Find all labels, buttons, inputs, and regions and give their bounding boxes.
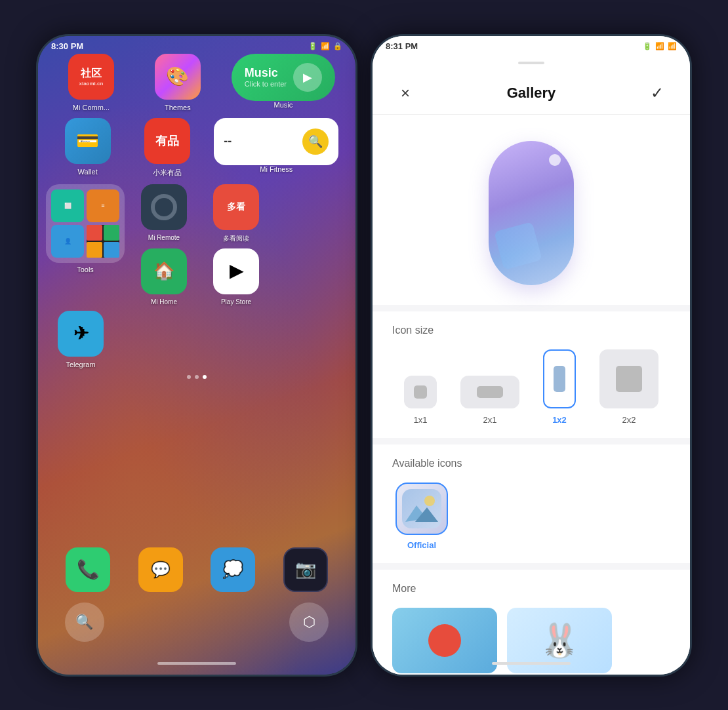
svg-point-1 bbox=[424, 496, 435, 506]
home-indicator bbox=[157, 662, 236, 665]
size-box-2x2 bbox=[599, 349, 658, 408]
icon-size-section: Icon size 1x1 2x1 bbox=[373, 311, 690, 438]
right-wifi-icon: 📶 bbox=[655, 42, 664, 50]
size-option-1x2[interactable]: 1x2 bbox=[543, 349, 576, 425]
size-box-2x1 bbox=[460, 376, 519, 408]
themes-label: Themes bbox=[165, 104, 191, 111]
right-signal-icon: 📶 bbox=[668, 42, 677, 50]
pull-handle-container bbox=[373, 54, 690, 72]
size-box-1x1 bbox=[404, 376, 437, 408]
music-title: Music bbox=[245, 66, 287, 80]
search-button[interactable]: 🔍 bbox=[65, 602, 104, 642]
gallery-preview bbox=[373, 115, 690, 305]
size-box-1x2 bbox=[543, 349, 576, 408]
official-icon-label: Official bbox=[407, 540, 436, 550]
dots-indicator bbox=[38, 375, 355, 379]
bubble-icon[interactable]: 💭 bbox=[211, 547, 255, 592]
check-button[interactable]: ✓ bbox=[644, 80, 670, 106]
mifitness-widget[interactable]: -- 🔍 bbox=[214, 118, 338, 165]
size-option-2x2[interactable]: 2x2 bbox=[599, 349, 658, 425]
wallet-icon: 💳 bbox=[65, 118, 111, 164]
music-widget[interactable]: Music Click to enter ▶ bbox=[232, 54, 335, 101]
size-label-2x2: 2x2 bbox=[622, 415, 636, 425]
right-phone: 8:31 PM 🔋 📶 📶 × Gallery ✓ Icon size bbox=[371, 34, 692, 677]
playstore-label: Play Store bbox=[221, 298, 251, 306]
app-micomm[interactable]: 社区 xiaomi.cn Mi Comm... bbox=[58, 54, 124, 111]
app-mifitness[interactable]: -- 🔍 Mi Fitness bbox=[214, 118, 338, 178]
miremote-icon bbox=[141, 184, 187, 230]
right-home-indicator bbox=[492, 662, 571, 665]
mifitness-icon: 🔍 bbox=[302, 128, 329, 155]
phone-icon[interactable]: 📞 bbox=[66, 547, 110, 592]
folder-right-row1: Mi Remote 多看 多看阅读 bbox=[131, 184, 348, 243]
app-row-1: 社区 xiaomi.cn Mi Comm... 🎨 Themes Music C… bbox=[38, 54, 355, 111]
left-time: 8:30 PM bbox=[51, 41, 83, 51]
folder-icon-4 bbox=[87, 225, 119, 258]
dot-2 bbox=[195, 375, 199, 379]
mifitness-label: Mi Fitness bbox=[260, 165, 293, 173]
messages-icon[interactable]: 💬 bbox=[138, 547, 183, 592]
gallery-header: × Gallery ✓ bbox=[373, 72, 690, 115]
music-widget-text: Music Click to enter bbox=[245, 66, 287, 88]
telegram-label: Telegram bbox=[66, 361, 95, 368]
app-themes[interactable]: 🎨 Themes bbox=[145, 54, 211, 111]
lock-icon: 🔒 bbox=[333, 42, 342, 50]
app-duokan[interactable]: 多看 多看阅读 bbox=[203, 184, 269, 243]
more-title: More bbox=[392, 583, 670, 595]
size-option-1x1[interactable]: 1x1 bbox=[404, 376, 437, 425]
duokan-icon: 多看 bbox=[213, 184, 259, 230]
app-wallet[interactable]: 💳 Wallet bbox=[55, 118, 121, 178]
right-time: 8:31 PM bbox=[386, 41, 418, 51]
available-icons-section: Available icons bbox=[373, 444, 690, 563]
app-music[interactable]: Music Click to enter ▶ Music bbox=[232, 54, 335, 109]
folder-section: ⬜ ≡ 👤 Tools bbox=[38, 184, 355, 306]
available-icons-list: Official bbox=[392, 483, 670, 550]
miremote-label: Mi Remote bbox=[148, 234, 180, 241]
telegram-icon: ✈ bbox=[58, 311, 104, 357]
app-miremote[interactable]: Mi Remote bbox=[131, 184, 197, 243]
more-item-red[interactable] bbox=[392, 608, 497, 673]
app-mihome[interactable]: 🏠 Mi Home bbox=[131, 248, 197, 306]
icon-option-official[interactable]: Official bbox=[392, 483, 451, 550]
left-status-icons: 🔋 📶 🔒 bbox=[308, 42, 342, 50]
mifitness-dashes: -- bbox=[224, 134, 296, 148]
aiot-button[interactable]: ⬡ bbox=[289, 602, 329, 642]
app-row-telegram: ✈ Telegram bbox=[38, 311, 355, 368]
app-playstore[interactable]: ▶ Play Store bbox=[203, 248, 269, 306]
dock-apps: 📞 💬 💭 📷 bbox=[38, 547, 355, 596]
right-battery-icon: 🔋 bbox=[643, 42, 652, 50]
left-phone: 8:30 PM 🔋 📶 🔒 社区 xiaomi.cn Mi Comm... 🎨 bbox=[36, 34, 357, 677]
mihome-label: Mi Home bbox=[151, 298, 177, 306]
icon-sizes-options: 1x1 2x1 1x2 bbox=[392, 349, 670, 425]
music-sub: Click to enter bbox=[245, 80, 287, 88]
tools-folder[interactable]: ⬜ ≡ 👤 Tools bbox=[46, 184, 125, 273]
dock: 🔍 ⬡ bbox=[51, 602, 342, 642]
size-label-1x1: 1x1 bbox=[414, 415, 428, 425]
mihome-icon: 🏠 bbox=[141, 248, 187, 294]
camera-icon[interactable]: 📷 bbox=[283, 547, 328, 592]
wallet-label: Wallet bbox=[78, 168, 98, 176]
dot-3 bbox=[203, 375, 207, 379]
pull-handle bbox=[518, 62, 544, 64]
micomm-icon: 社区 xiaomi.cn bbox=[68, 54, 114, 100]
folder-right-col: Mi Remote 多看 多看阅读 🏠 Mi H bbox=[131, 184, 348, 306]
left-status-bar: 8:30 PM 🔋 📶 🔒 bbox=[38, 36, 355, 54]
anime-icon: 🐰 bbox=[539, 621, 580, 660]
folder-icon-2: ≡ bbox=[87, 189, 119, 222]
right-screen: 8:31 PM 🔋 📶 📶 × Gallery ✓ Icon size bbox=[373, 36, 690, 675]
official-icon-img bbox=[395, 483, 448, 535]
folder-icon-3: 👤 bbox=[51, 225, 84, 258]
close-button[interactable]: × bbox=[392, 80, 418, 106]
tools-label: Tools bbox=[77, 266, 94, 273]
app-row-2: 💳 Wallet 有品 小米有品 -- 🔍 Mi Fitness bbox=[38, 118, 355, 178]
folder-right-row2: 🏠 Mi Home ▶ Play Store bbox=[131, 248, 348, 306]
gallery-icon-shape bbox=[489, 141, 574, 285]
app-xiaomiyoupin[interactable]: 有品 小米有品 bbox=[134, 118, 200, 178]
micomm-label: Mi Comm... bbox=[73, 104, 110, 111]
app-telegram[interactable]: ✈ Telegram bbox=[48, 311, 113, 368]
size-inner-1x2 bbox=[554, 366, 565, 392]
playstore-icon: ▶ bbox=[213, 248, 259, 294]
size-option-2x1[interactable]: 2x1 bbox=[460, 376, 519, 425]
music-play-btn[interactable]: ▶ bbox=[293, 63, 322, 92]
size-label-1x2: 1x2 bbox=[552, 415, 567, 425]
